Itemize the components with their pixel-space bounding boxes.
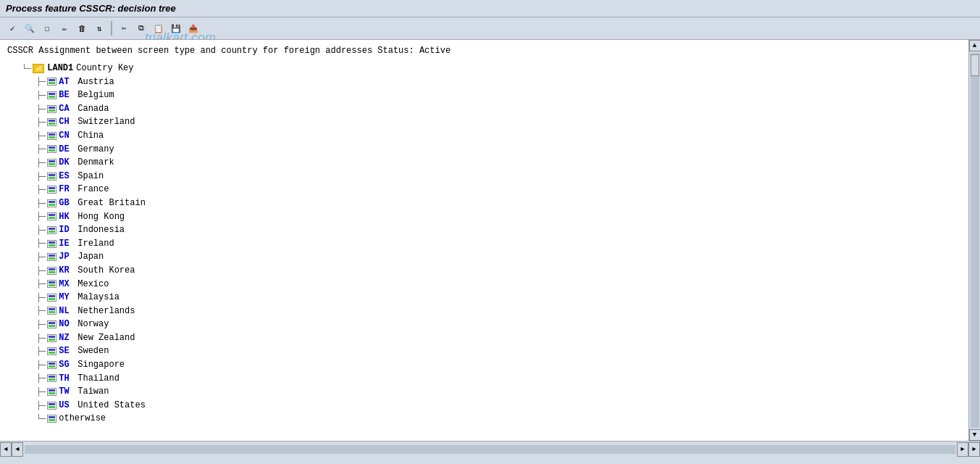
doc-icon bbox=[47, 307, 56, 315]
tree-node[interactable]: ├─ DE Germany bbox=[7, 143, 961, 157]
tree-connector: ├─ bbox=[36, 304, 46, 317]
country-code: TH bbox=[59, 372, 75, 386]
country-name: Malaysia bbox=[78, 291, 120, 304]
country-code: SE bbox=[59, 344, 75, 358]
scroll-right-button[interactable]: ► bbox=[968, 442, 980, 457]
new-icon[interactable]: ☐ bbox=[39, 20, 55, 36]
tree-node[interactable]: ├─ IE Ireland bbox=[7, 237, 961, 251]
check-icon[interactable]: ✓ bbox=[4, 20, 20, 36]
country-code: NZ bbox=[59, 331, 75, 345]
tree-node[interactable]: ├─ GB Great Britain bbox=[7, 196, 961, 210]
doc-icon bbox=[47, 105, 56, 113]
doc-icon bbox=[47, 199, 56, 207]
tree-node[interactable]: ├─ ES Spain bbox=[7, 170, 961, 183]
tree-node[interactable]: ├─ MY Malaysia bbox=[7, 291, 961, 304]
tree-node[interactable]: ├─ AT Austria bbox=[7, 75, 961, 89]
tree-header-text: CSSCR Assignment between screen type and… bbox=[7, 46, 451, 56]
doc-icon bbox=[47, 294, 56, 302]
doc-icon bbox=[47, 320, 56, 328]
scroll-up-button[interactable]: ▲ bbox=[969, 40, 981, 51]
country-code: DK bbox=[59, 156, 75, 170]
doc-icon bbox=[47, 240, 56, 248]
country-code: JP bbox=[59, 250, 75, 264]
scroll-left-button[interactable]: ◄ bbox=[0, 442, 12, 457]
country-code: SG bbox=[59, 358, 75, 372]
country-code: DE bbox=[59, 143, 75, 157]
tree-node[interactable]: ├─ ID Indonesia bbox=[7, 223, 961, 237]
scroll-thumb[interactable] bbox=[971, 54, 979, 76]
tree-node[interactable]: ├─ NL Netherlands bbox=[7, 304, 961, 318]
tree-node[interactable]: ├─ NO Norway bbox=[7, 318, 961, 331]
tree-scroll-area[interactable]: CSSCR Assignment between screen type and… bbox=[0, 40, 968, 441]
tree-node[interactable]: ├─ US United States bbox=[7, 399, 961, 413]
country-name: Norway bbox=[78, 318, 109, 331]
country-name: Hong Kong bbox=[78, 210, 125, 224]
tree-node[interactable]: ├─ SE Sweden bbox=[7, 344, 961, 358]
country-name: South Korea bbox=[78, 264, 135, 278]
doc-icon bbox=[47, 253, 56, 261]
tree-connector: ├─ bbox=[36, 170, 46, 183]
tree-node[interactable]: ├─ DK Denmark bbox=[7, 156, 961, 170]
doc-icon bbox=[47, 212, 56, 220]
vertical-scrollbar[interactable]: ▲ ▼ bbox=[968, 40, 980, 441]
copy-icon[interactable]: ⧉ bbox=[133, 20, 149, 36]
delete-icon[interactable]: 🗑 bbox=[74, 20, 90, 36]
tree-connector: └─ bbox=[22, 62, 31, 75]
edit-icon[interactable]: ✏ bbox=[56, 20, 72, 36]
country-code: ES bbox=[59, 170, 75, 183]
tree-connector: ├─ bbox=[36, 399, 46, 412]
save-icon[interactable]: 💾 bbox=[168, 20, 184, 36]
country-name: Switzerland bbox=[78, 115, 135, 129]
decision-tree: └─ 📁 LAND1 Country Key ├─ AT Austria ├─ … bbox=[7, 62, 961, 426]
tree-connector: ├─ bbox=[36, 89, 46, 102]
h-scroll-track bbox=[25, 445, 955, 454]
scroll-track bbox=[971, 53, 979, 428]
tree-node[interactable]: ├─ JP Japan bbox=[7, 250, 961, 264]
paste-icon[interactable]: 📋 bbox=[151, 20, 167, 36]
export-icon[interactable]: 📤 bbox=[185, 20, 201, 36]
tree-root-node[interactable]: └─ 📁 LAND1 Country Key bbox=[7, 62, 961, 75]
doc-icon bbox=[47, 374, 56, 382]
country-code: KR bbox=[59, 264, 75, 278]
tree-node[interactable]: ├─ KR South Korea bbox=[7, 264, 961, 278]
scroll-right-next-button[interactable]: ► bbox=[957, 442, 968, 457]
tree-connector: ├─ bbox=[36, 291, 46, 304]
scroll-down-button[interactable]: ▼ bbox=[969, 429, 981, 441]
tree-node[interactable]: ├─ HK Hong Kong bbox=[7, 210, 961, 224]
country-name: Japan bbox=[78, 250, 104, 264]
tree-node[interactable]: ├─ MX Mexico bbox=[7, 278, 961, 291]
tree-node[interactable]: ├─ CN China bbox=[7, 129, 961, 143]
tree-node[interactable]: ├─ TW Taiwan bbox=[7, 385, 961, 399]
tree-node[interactable]: ├─ SG Singapore bbox=[7, 358, 961, 372]
country-name: Austria bbox=[78, 75, 114, 89]
doc-icon bbox=[47, 280, 56, 288]
tree-connector: ├─ bbox=[36, 265, 46, 277]
tree-node[interactable]: └─ otherwise bbox=[7, 412, 961, 426]
tree-node[interactable]: ├─ NZ New Zealand bbox=[7, 331, 961, 345]
country-code: MX bbox=[59, 278, 75, 291]
move-icon[interactable]: ⇅ bbox=[91, 20, 107, 36]
country-code: ID bbox=[59, 223, 75, 237]
find-icon[interactable]: 🔍 bbox=[22, 20, 38, 36]
country-code: IE bbox=[59, 237, 75, 251]
doc-icon bbox=[47, 173, 56, 181]
doc-icon bbox=[47, 91, 56, 99]
tree-connector: ├─ bbox=[36, 359, 46, 371]
tree-node[interactable]: ├─ BE Belgium bbox=[7, 88, 961, 102]
tree-connector: ├─ bbox=[36, 345, 46, 357]
country-name: Taiwan bbox=[78, 385, 109, 399]
cut-icon[interactable]: ✂ bbox=[116, 20, 132, 36]
doc-icon bbox=[47, 78, 56, 86]
scroll-right-prev-button[interactable]: ◄ bbox=[12, 442, 23, 457]
country-code: CN bbox=[59, 129, 75, 143]
tree-node[interactable]: ├─ CH Switzerland bbox=[7, 115, 961, 129]
tree-node[interactable]: ├─ CA Canada bbox=[7, 102, 961, 116]
country-code: CH bbox=[59, 115, 75, 129]
tree-node[interactable]: ├─ FR France bbox=[7, 183, 961, 196]
country-code: US bbox=[59, 399, 75, 413]
country-name: Canada bbox=[78, 102, 109, 116]
tree-node[interactable]: ├─ TH Thailand bbox=[7, 372, 961, 386]
toolbar: ✓🔍☐✏🗑⇅✂⧉📋💾📤 trialkart.com bbox=[0, 17, 980, 40]
doc-icon bbox=[47, 361, 56, 369]
tree-connector: ├─ bbox=[36, 116, 46, 128]
